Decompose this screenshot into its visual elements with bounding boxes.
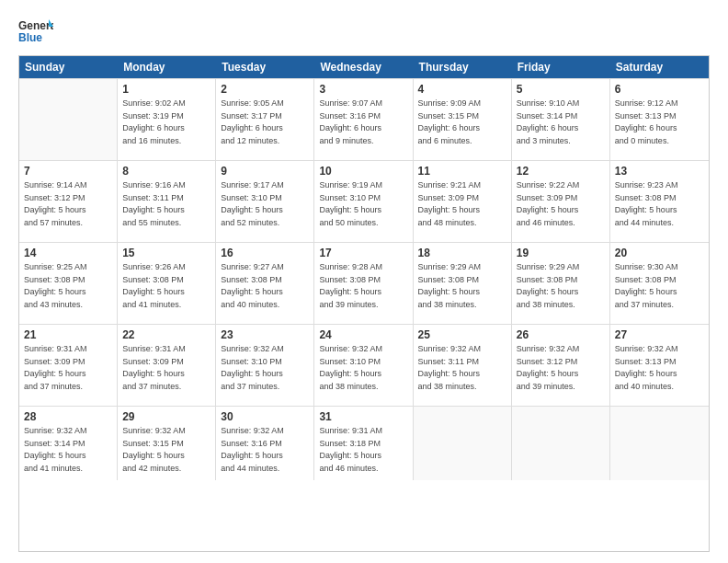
day-info: Sunrise: 9:28 AM Sunset: 3:08 PM Dayligh…: [319, 261, 407, 311]
calendar-cell: [19, 79, 118, 160]
day-number: 24: [319, 328, 407, 341]
calendar-cell: 26Sunrise: 9:32 AM Sunset: 3:12 PM Dayli…: [512, 325, 610, 406]
day-number: 23: [221, 328, 309, 341]
day-number: 10: [319, 165, 407, 178]
calendar-cell: 2Sunrise: 9:05 AM Sunset: 3:17 PM Daylig…: [216, 79, 314, 160]
day-number: 18: [418, 247, 506, 259]
calendar-cell: 31Sunrise: 9:31 AM Sunset: 3:18 PM Dayli…: [314, 407, 413, 480]
day-number: 6: [615, 83, 704, 96]
day-number: 2: [221, 83, 309, 96]
logo: General Blue: [18, 17, 53, 46]
day-number: 28: [24, 410, 112, 423]
calendar-cell: 30Sunrise: 9:32 AM Sunset: 3:16 PM Dayli…: [216, 407, 314, 480]
day-info: Sunrise: 9:16 AM Sunset: 3:11 PM Dayligh…: [122, 179, 210, 229]
calendar-cell: [414, 407, 512, 480]
weekday-header-wednesday: Wednesday: [314, 56, 413, 78]
weekday-header-monday: Monday: [118, 56, 216, 78]
calendar-cell: 7Sunrise: 9:14 AM Sunset: 3:12 PM Daylig…: [19, 161, 118, 242]
day-number: 27: [615, 328, 704, 341]
day-number: 5: [517, 83, 605, 96]
calendar-cell: 9Sunrise: 9:17 AM Sunset: 3:10 PM Daylig…: [216, 161, 314, 242]
weekday-header-sunday: Sunday: [19, 56, 118, 78]
calendar-cell: 23Sunrise: 9:32 AM Sunset: 3:10 PM Dayli…: [216, 325, 314, 406]
weekday-header-saturday: Saturday: [610, 56, 709, 78]
day-info: Sunrise: 9:14 AM Sunset: 3:12 PM Dayligh…: [24, 179, 112, 229]
calendar-cell: 24Sunrise: 9:32 AM Sunset: 3:10 PM Dayli…: [314, 325, 413, 406]
calendar-body: 1Sunrise: 9:02 AM Sunset: 3:19 PM Daylig…: [19, 78, 709, 480]
calendar-cell: 18Sunrise: 9:29 AM Sunset: 3:08 PM Dayli…: [414, 243, 512, 324]
calendar-cell: [610, 407, 709, 480]
calendar-cell: 13Sunrise: 9:23 AM Sunset: 3:08 PM Dayli…: [610, 161, 709, 242]
day-number: 7: [24, 165, 112, 178]
day-number: 22: [122, 328, 210, 341]
calendar-cell: 21Sunrise: 9:31 AM Sunset: 3:09 PM Dayli…: [19, 325, 118, 406]
calendar-cell: 14Sunrise: 9:25 AM Sunset: 3:08 PM Dayli…: [19, 243, 118, 324]
weekday-header-tuesday: Tuesday: [216, 56, 314, 78]
calendar-cell: 8Sunrise: 9:16 AM Sunset: 3:11 PM Daylig…: [118, 161, 216, 242]
logo-svg: General Blue: [18, 17, 53, 46]
page-header: General Blue: [18, 17, 710, 46]
day-number: 30: [221, 410, 309, 423]
day-info: Sunrise: 9:32 AM Sunset: 3:15 PM Dayligh…: [122, 425, 210, 475]
day-info: Sunrise: 9:22 AM Sunset: 3:09 PM Dayligh…: [517, 179, 605, 229]
calendar-cell: 17Sunrise: 9:28 AM Sunset: 3:08 PM Dayli…: [314, 243, 413, 324]
calendar-cell: 4Sunrise: 9:09 AM Sunset: 3:15 PM Daylig…: [414, 79, 512, 160]
day-info: Sunrise: 9:29 AM Sunset: 3:08 PM Dayligh…: [418, 261, 506, 311]
day-number: 8: [122, 165, 210, 178]
svg-text:General: General: [18, 19, 53, 32]
day-info: Sunrise: 9:31 AM Sunset: 3:18 PM Dayligh…: [319, 425, 407, 475]
day-number: 20: [615, 247, 704, 259]
day-number: 26: [517, 328, 605, 341]
day-number: 29: [122, 410, 210, 423]
calendar-row-3: 21Sunrise: 9:31 AM Sunset: 3:09 PM Dayli…: [19, 324, 709, 406]
calendar-cell: 5Sunrise: 9:10 AM Sunset: 3:14 PM Daylig…: [512, 79, 610, 160]
day-number: 4: [418, 83, 506, 96]
calendar-cell: 11Sunrise: 9:21 AM Sunset: 3:09 PM Dayli…: [414, 161, 512, 242]
calendar-cell: 12Sunrise: 9:22 AM Sunset: 3:09 PM Dayli…: [512, 161, 610, 242]
calendar-cell: 29Sunrise: 9:32 AM Sunset: 3:15 PM Dayli…: [118, 407, 216, 480]
day-number: 3: [319, 83, 407, 96]
day-number: 31: [319, 410, 407, 423]
calendar-cell: 19Sunrise: 9:29 AM Sunset: 3:08 PM Dayli…: [512, 243, 610, 324]
day-number: 13: [615, 165, 704, 178]
day-number: 14: [24, 247, 112, 259]
day-number: 16: [221, 247, 309, 259]
calendar-cell: 20Sunrise: 9:30 AM Sunset: 3:08 PM Dayli…: [610, 243, 709, 324]
calendar-cell: 10Sunrise: 9:19 AM Sunset: 3:10 PM Dayli…: [314, 161, 413, 242]
day-info: Sunrise: 9:32 AM Sunset: 3:10 PM Dayligh…: [221, 343, 309, 393]
calendar: SundayMondayTuesdayWednesdayThursdayFrid…: [18, 55, 710, 552]
calendar-cell: 1Sunrise: 9:02 AM Sunset: 3:19 PM Daylig…: [118, 79, 216, 160]
calendar-cell: 22Sunrise: 9:31 AM Sunset: 3:09 PM Dayli…: [118, 325, 216, 406]
calendar-header: SundayMondayTuesdayWednesdayThursdayFrid…: [19, 56, 709, 78]
day-info: Sunrise: 9:32 AM Sunset: 3:12 PM Dayligh…: [517, 343, 605, 393]
day-info: Sunrise: 9:30 AM Sunset: 3:08 PM Dayligh…: [615, 261, 704, 311]
day-number: 21: [24, 328, 112, 341]
day-info: Sunrise: 9:32 AM Sunset: 3:10 PM Dayligh…: [319, 343, 407, 393]
day-info: Sunrise: 9:19 AM Sunset: 3:10 PM Dayligh…: [319, 179, 407, 229]
day-number: 9: [221, 165, 309, 178]
calendar-row-0: 1Sunrise: 9:02 AM Sunset: 3:19 PM Daylig…: [19, 78, 709, 160]
calendar-cell: 25Sunrise: 9:32 AM Sunset: 3:11 PM Dayli…: [414, 325, 512, 406]
day-info: Sunrise: 9:29 AM Sunset: 3:08 PM Dayligh…: [517, 261, 605, 311]
calendar-cell: 3Sunrise: 9:07 AM Sunset: 3:16 PM Daylig…: [314, 79, 413, 160]
day-info: Sunrise: 9:27 AM Sunset: 3:08 PM Dayligh…: [221, 261, 309, 311]
day-number: 15: [122, 247, 210, 259]
day-info: Sunrise: 9:31 AM Sunset: 3:09 PM Dayligh…: [122, 343, 210, 393]
day-info: Sunrise: 9:05 AM Sunset: 3:17 PM Dayligh…: [221, 98, 309, 147]
weekday-header-thursday: Thursday: [414, 56, 512, 78]
day-info: Sunrise: 9:02 AM Sunset: 3:19 PM Dayligh…: [122, 98, 210, 147]
calendar-row-1: 7Sunrise: 9:14 AM Sunset: 3:12 PM Daylig…: [19, 160, 709, 242]
day-info: Sunrise: 9:09 AM Sunset: 3:15 PM Dayligh…: [418, 98, 506, 147]
day-info: Sunrise: 9:07 AM Sunset: 3:16 PM Dayligh…: [319, 98, 407, 147]
svg-text:Blue: Blue: [18, 31, 42, 44]
day-info: Sunrise: 9:26 AM Sunset: 3:08 PM Dayligh…: [122, 261, 210, 311]
calendar-cell: 28Sunrise: 9:32 AM Sunset: 3:14 PM Dayli…: [19, 407, 118, 480]
day-number: 25: [418, 328, 506, 341]
day-number: 17: [319, 247, 407, 259]
day-info: Sunrise: 9:31 AM Sunset: 3:09 PM Dayligh…: [24, 343, 112, 393]
calendar-cell: 27Sunrise: 9:32 AM Sunset: 3:13 PM Dayli…: [610, 325, 709, 406]
day-info: Sunrise: 9:32 AM Sunset: 3:13 PM Dayligh…: [615, 343, 704, 393]
calendar-row-2: 14Sunrise: 9:25 AM Sunset: 3:08 PM Dayli…: [19, 242, 709, 324]
day-number: 12: [517, 165, 605, 178]
calendar-cell: 6Sunrise: 9:12 AM Sunset: 3:13 PM Daylig…: [610, 79, 709, 160]
